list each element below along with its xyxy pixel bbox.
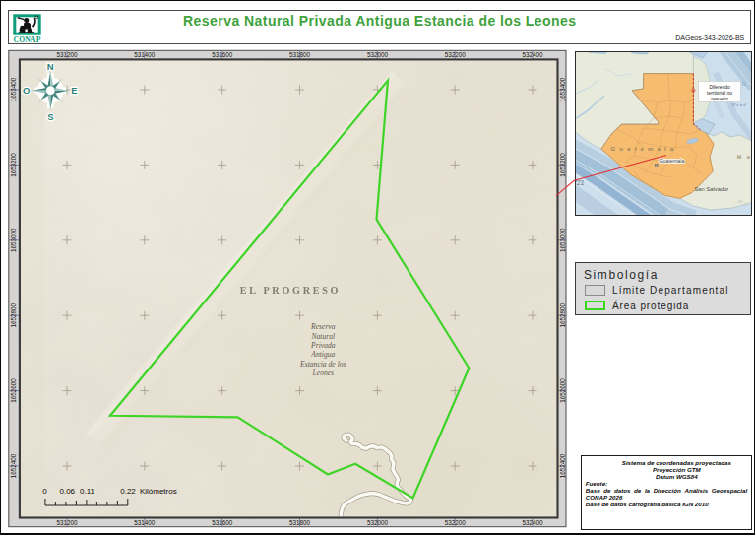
svg-text:Privada: Privada	[310, 341, 336, 350]
svg-text:1653200: 1653200	[559, 153, 566, 177]
svg-text:Natural: Natural	[310, 332, 335, 341]
svg-text:1652400: 1652400	[10, 453, 17, 478]
svg-text:E: E	[71, 85, 77, 96]
svg-text:531600: 531600	[212, 51, 233, 58]
svg-text:Guatemala: Guatemala	[610, 145, 677, 151]
svg-text:Estancia de los: Estancia de los	[299, 360, 346, 368]
svg-text:San Salvador: San Salvador	[694, 185, 728, 191]
svg-text:531400: 531400	[134, 51, 156, 58]
svg-text:Kilómetros: Kilómetros	[140, 487, 177, 496]
svg-text:0.06: 0.06	[60, 487, 76, 496]
svg-text:532400: 532400	[522, 519, 543, 526]
svg-text:1653400: 1653400	[10, 77, 17, 101]
svg-text:1652400: 1652400	[559, 453, 566, 478]
svg-text:531400: 531400	[134, 519, 156, 526]
svg-text:532000: 532000	[367, 519, 389, 526]
svg-text:1653200: 1653200	[10, 153, 17, 177]
svg-text:1653000: 1653000	[10, 228, 17, 252]
svg-text:Diferendo: Diferendo	[709, 84, 729, 89]
svg-text:G: G	[741, 80, 745, 86]
svg-text:N: N	[47, 61, 54, 72]
svg-text:resuelto: resuelto	[711, 96, 728, 100]
svg-text:1652600: 1652600	[559, 378, 566, 403]
svg-text:Leones: Leones	[312, 368, 335, 377]
svg-text:0.22: 0.22	[120, 487, 136, 496]
svg-text:CONAP: CONAP	[14, 35, 41, 44]
svg-text:531200: 531200	[56, 519, 78, 526]
svg-text:S: S	[47, 111, 53, 122]
svg-text:1652800: 1652800	[559, 302, 566, 327]
svg-text:532000: 532000	[367, 51, 389, 58]
svg-text:1653000: 1653000	[559, 228, 566, 252]
svg-text:territorial no: territorial no	[707, 90, 732, 95]
svg-text:532200: 532200	[445, 519, 467, 526]
svg-text:Hond: Hond	[730, 102, 746, 107]
svg-text:1653400: 1653400	[559, 77, 566, 101]
svg-text:531800: 531800	[289, 519, 311, 526]
svg-text:Reserva: Reserva	[310, 322, 336, 331]
svg-text:531800: 531800	[289, 51, 311, 58]
svg-text:1652600: 1652600	[10, 378, 17, 403]
svg-text:532200: 532200	[445, 51, 467, 58]
svg-text:Antigua: Antigua	[310, 350, 335, 359]
svg-text:0: 0	[42, 487, 47, 496]
svg-text:0.11: 0.11	[80, 487, 95, 496]
svg-text:532400: 532400	[522, 51, 543, 58]
svg-text:H o: H o	[737, 153, 752, 159]
svg-text:O: O	[23, 85, 30, 96]
svg-text:531600: 531600	[212, 519, 233, 526]
svg-text:1652800: 1652800	[10, 302, 17, 327]
svg-text:531200: 531200	[56, 51, 78, 58]
svg-text:721: 721	[575, 179, 585, 186]
svg-text:EL PROGRESO: EL PROGRESO	[240, 285, 341, 296]
